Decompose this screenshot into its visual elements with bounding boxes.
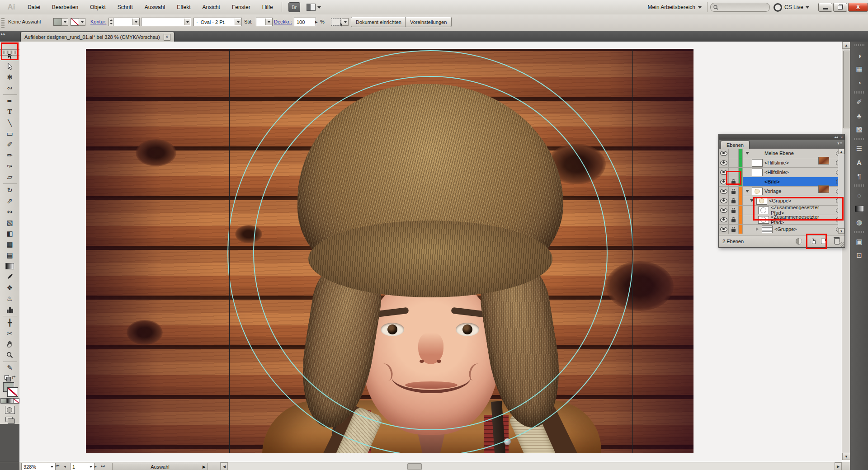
transparency-panel-button[interactable]: ◍ (853, 217, 866, 228)
magic-wand-tool[interactable]: ✻ (4, 72, 16, 82)
panel-scroll-down-icon[interactable]: ▼ (838, 228, 844, 234)
free-transform-tool[interactable]: ▧ (4, 218, 16, 228)
visibility-toggle[interactable] (719, 158, 729, 167)
hand-tool[interactable] (4, 339, 16, 349)
close-button[interactable]: X (848, 3, 868, 12)
visibility-toggle[interactable] (719, 196, 729, 205)
cs-live-button[interactable]: CS Live (770, 3, 813, 12)
fill-color-swatch[interactable] (53, 18, 62, 26)
horizontal-scrollbar[interactable]: ◀ ▶ (220, 462, 842, 470)
symbols-panel-button[interactable]: ♣ (853, 110, 866, 121)
stroke-color-swatch[interactable] (71, 18, 79, 26)
drawing-modes-button[interactable] (5, 406, 15, 414)
visibility-toggle[interactable] (719, 187, 729, 196)
blob-brush-tool[interactable]: ✑ (4, 161, 16, 171)
scroll-left-icon[interactable]: ◀ (221, 462, 228, 470)
layer-row-vorlage[interactable]: Vorlage (719, 187, 844, 196)
opacity-spinner[interactable]: ▸ (315, 19, 318, 25)
menu-auswahl[interactable]: Auswahl (139, 0, 171, 14)
paintbrush-tool[interactable]: ✐ (4, 140, 16, 150)
color-button[interactable] (0, 398, 7, 404)
none-button[interactable] (13, 398, 19, 404)
knife-tool[interactable]: ✎ (4, 363, 16, 373)
gradient-tool[interactable] (4, 261, 16, 271)
stroke-color-box[interactable] (7, 387, 18, 397)
vertical-scroll-thumb[interactable] (843, 51, 850, 128)
search-input[interactable] (720, 4, 763, 10)
menu-fenster[interactable]: Fenster (226, 0, 256, 14)
rectangle-tool[interactable]: ▭ (4, 129, 16, 139)
artboard-tool[interactable]: ╋ (4, 318, 16, 328)
panel-close-icon[interactable]: × (840, 135, 843, 139)
expand-triangle-icon[interactable] (745, 152, 749, 155)
opacity-input[interactable]: 100 (294, 18, 316, 26)
tab-close-icon[interactable]: × (164, 34, 170, 41)
canvas-area[interactable] (19, 42, 842, 462)
panel-resize-grip[interactable] (840, 242, 844, 247)
blend-tool[interactable]: ❖ (4, 283, 16, 293)
direct-selection-tool[interactable] (4, 61, 16, 71)
menu-effekt[interactable]: Effekt (171, 0, 196, 14)
stroke-weight-combo[interactable] (113, 18, 140, 26)
expand-triangle-icon[interactable] (756, 227, 759, 231)
character-panel-button[interactable]: A (853, 157, 866, 168)
type-tool[interactable]: T (4, 107, 16, 117)
line-segment-tool[interactable]: ╲ (4, 118, 16, 128)
minimize-button[interactable] (818, 3, 832, 12)
opacity-link[interactable]: Deckkr.: (274, 19, 292, 24)
panel-menu-icon[interactable]: ▾≡ (837, 141, 843, 146)
dock-grip[interactable] (854, 44, 864, 46)
lock-toggle[interactable] (729, 196, 739, 205)
expand-triangle-icon[interactable] (745, 190, 749, 193)
symbol-sprayer-tool[interactable]: ♨ (4, 294, 16, 304)
artboards-panel-button[interactable]: ▣ (853, 236, 866, 247)
mesh-tool[interactable]: ▤ (4, 250, 16, 260)
select-similar-dropdown[interactable] (342, 18, 349, 26)
appearance-panel-button[interactable]: ◌ (853, 190, 866, 201)
lock-toggle[interactable] (729, 215, 739, 224)
select-similar-icon[interactable] (331, 18, 341, 26)
menu-ansicht[interactable]: Ansicht (197, 0, 226, 14)
search-box[interactable] (710, 3, 770, 12)
tab-overflow-chevrons[interactable]: ▸▸ (1, 32, 6, 36)
lasso-tool[interactable]: ∾ (4, 83, 16, 93)
lock-toggle[interactable] (729, 149, 739, 158)
restore-button[interactable] (833, 3, 847, 12)
zoom-level-combo[interactable]: 328% (21, 463, 56, 470)
previous-artboard-button[interactable]: ◂ (61, 463, 68, 469)
document-tab[interactable]: Aufkleber designen_rund_01.ai* bei 328 %… (20, 32, 175, 42)
artboard-number-combo[interactable]: 1 (70, 463, 94, 470)
swap-colors-icon[interactable]: ⇄ (12, 375, 15, 380)
next-artboard-button[interactable]: ▸ (92, 463, 99, 469)
menu-hilfe[interactable]: Hilfe (256, 0, 279, 14)
slice-tool[interactable]: ✂ (4, 329, 16, 338)
scroll-right-icon[interactable]: ▶ (835, 462, 842, 470)
zoom-tool[interactable] (4, 350, 16, 360)
color-panel-button[interactable]: ◑ (853, 50, 866, 61)
width-profile-combo[interactable]: · Oval - 2 Pt. (193, 18, 242, 26)
arrange-documents-button[interactable] (307, 4, 321, 11)
lock-toggle[interactable] (729, 206, 739, 215)
eraser-tool[interactable]: ▱ (4, 172, 16, 182)
document-setup-button[interactable]: Dokument einrichten (351, 17, 406, 27)
last-artboard-button[interactable]: ⏭ (99, 463, 106, 469)
rotate-tool[interactable]: ↻ (4, 185, 16, 195)
menu-schrift[interactable]: Schrift (112, 0, 139, 14)
menu-bearbeiten[interactable]: Bearbeiten (46, 0, 84, 14)
stroke-panel-button[interactable]: ☰ (853, 143, 866, 154)
brushes-panel-button[interactable]: ✐ (853, 97, 866, 108)
preferences-button[interactable]: Voreinstellungen (405, 17, 452, 27)
layer-row-meine-ebene[interactable]: Meine Ebene (719, 149, 844, 158)
gradient-button[interactable] (7, 398, 13, 404)
layer-row-hilfslinie-1[interactable]: <Hilfslinie> (719, 158, 844, 168)
make-clipping-mask-button[interactable] (795, 238, 803, 245)
visibility-toggle[interactable] (719, 149, 729, 158)
column-graph-tool[interactable] (4, 305, 16, 315)
lock-toggle[interactable] (729, 225, 739, 234)
lock-toggle[interactable] (729, 158, 739, 167)
collapse-panel-icon[interactable]: ◂◂ (834, 135, 838, 139)
layer-row-gruppe-2[interactable]: <Gruppe> (719, 225, 844, 234)
panel-scroll-up-icon[interactable]: ▲ (838, 149, 844, 154)
gradient-panel-button[interactable] (853, 203, 866, 214)
width-tool[interactable]: ↭ (4, 207, 16, 217)
